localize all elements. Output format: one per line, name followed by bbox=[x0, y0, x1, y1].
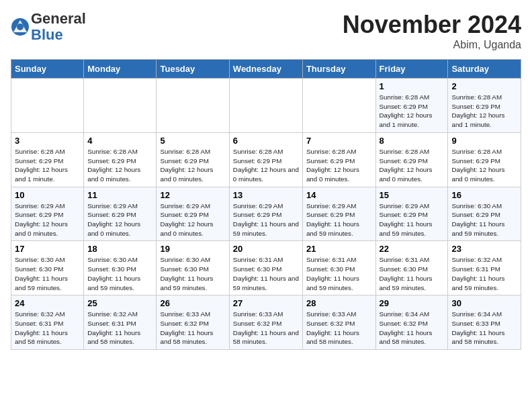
calendar-day-header: Saturday bbox=[448, 60, 521, 79]
day-detail: Sunrise: 6:28 AM Sunset: 6:29 PM Dayligh… bbox=[306, 147, 372, 184]
calendar-cell: 4Sunrise: 6:28 AM Sunset: 6:29 PM Daylig… bbox=[84, 132, 157, 187]
calendar-week-row: 10Sunrise: 6:29 AM Sunset: 6:29 PM Dayli… bbox=[11, 187, 521, 241]
day-number: 5 bbox=[160, 136, 225, 146]
calendar-cell: 14Sunrise: 6:29 AM Sunset: 6:29 PM Dayli… bbox=[302, 187, 375, 241]
calendar-cell: 19Sunrise: 6:30 AM Sunset: 6:30 PM Dayli… bbox=[157, 241, 229, 295]
calendar-cell: 28Sunrise: 6:33 AM Sunset: 6:32 PM Dayli… bbox=[302, 295, 375, 350]
calendar-cell: 29Sunrise: 6:34 AM Sunset: 6:32 PM Dayli… bbox=[375, 295, 448, 350]
calendar-cell: 21Sunrise: 6:31 AM Sunset: 6:30 PM Dayli… bbox=[302, 241, 375, 295]
day-detail: Sunrise: 6:30 AM Sunset: 6:30 PM Dayligh… bbox=[15, 255, 80, 292]
title-block: November 2024 Abim, Uganda bbox=[343, 11, 521, 51]
calendar-cell bbox=[157, 79, 229, 133]
calendar-cell: 6Sunrise: 6:28 AM Sunset: 6:29 PM Daylig… bbox=[229, 132, 302, 187]
calendar-cell: 17Sunrise: 6:30 AM Sunset: 6:30 PM Dayli… bbox=[11, 241, 84, 295]
day-detail: Sunrise: 6:29 AM Sunset: 6:29 PM Dayligh… bbox=[306, 201, 372, 238]
day-detail: Sunrise: 6:33 AM Sunset: 6:32 PM Dayligh… bbox=[160, 310, 225, 347]
day-detail: Sunrise: 6:31 AM Sunset: 6:30 PM Dayligh… bbox=[233, 255, 299, 292]
calendar-week-row: 24Sunrise: 6:32 AM Sunset: 6:31 PM Dayli… bbox=[11, 295, 521, 350]
calendar-day-header: Tuesday bbox=[157, 60, 229, 79]
day-detail: Sunrise: 6:29 AM Sunset: 6:29 PM Dayligh… bbox=[87, 201, 152, 238]
day-number: 3 bbox=[15, 136, 80, 146]
day-number: 28 bbox=[306, 298, 372, 308]
day-number: 11 bbox=[87, 190, 152, 200]
day-number: 14 bbox=[306, 190, 372, 200]
calendar-day-header: Sunday bbox=[11, 60, 84, 79]
calendar-cell: 8Sunrise: 6:28 AM Sunset: 6:29 PM Daylig… bbox=[375, 132, 448, 187]
calendar-cell: 23Sunrise: 6:32 AM Sunset: 6:31 PM Dayli… bbox=[448, 241, 521, 295]
day-detail: Sunrise: 6:29 AM Sunset: 6:29 PM Dayligh… bbox=[15, 201, 80, 238]
page-header: General Blue November 2024 Abim, Uganda bbox=[11, 11, 521, 51]
day-number: 17 bbox=[15, 244, 80, 254]
calendar-week-row: 1Sunrise: 6:28 AM Sunset: 6:29 PM Daylig… bbox=[11, 79, 521, 133]
day-detail: Sunrise: 6:31 AM Sunset: 6:30 PM Dayligh… bbox=[380, 255, 445, 292]
day-number: 29 bbox=[380, 298, 445, 308]
day-detail: Sunrise: 6:28 AM Sunset: 6:29 PM Dayligh… bbox=[15, 147, 80, 184]
day-number: 22 bbox=[380, 244, 445, 254]
day-number: 4 bbox=[87, 136, 152, 146]
day-detail: Sunrise: 6:30 AM Sunset: 6:30 PM Dayligh… bbox=[160, 255, 225, 292]
day-detail: Sunrise: 6:29 AM Sunset: 6:29 PM Dayligh… bbox=[380, 201, 445, 238]
calendar-cell: 10Sunrise: 6:29 AM Sunset: 6:29 PM Dayli… bbox=[11, 187, 84, 241]
day-detail: Sunrise: 6:30 AM Sunset: 6:30 PM Dayligh… bbox=[87, 255, 152, 292]
calendar-day-header: Friday bbox=[375, 60, 448, 79]
month-title: November 2024 bbox=[343, 11, 521, 39]
calendar-cell: 27Sunrise: 6:33 AM Sunset: 6:32 PM Dayli… bbox=[229, 295, 302, 350]
svg-point-2 bbox=[17, 24, 24, 30]
day-number: 2 bbox=[451, 81, 517, 91]
calendar-body: 1Sunrise: 6:28 AM Sunset: 6:29 PM Daylig… bbox=[11, 79, 521, 350]
calendar-cell: 1Sunrise: 6:28 AM Sunset: 6:29 PM Daylig… bbox=[375, 79, 448, 133]
calendar-cell bbox=[229, 79, 302, 133]
calendar-cell: 15Sunrise: 6:29 AM Sunset: 6:29 PM Dayli… bbox=[375, 187, 448, 241]
day-detail: Sunrise: 6:28 AM Sunset: 6:29 PM Dayligh… bbox=[451, 147, 517, 184]
day-number: 6 bbox=[233, 136, 299, 146]
calendar-cell: 18Sunrise: 6:30 AM Sunset: 6:30 PM Dayli… bbox=[84, 241, 157, 295]
day-number: 21 bbox=[306, 244, 372, 254]
day-detail: Sunrise: 6:34 AM Sunset: 6:32 PM Dayligh… bbox=[380, 310, 445, 347]
calendar-cell: 22Sunrise: 6:31 AM Sunset: 6:30 PM Dayli… bbox=[375, 241, 448, 295]
day-detail: Sunrise: 6:28 AM Sunset: 6:29 PM Dayligh… bbox=[380, 93, 445, 130]
day-detail: Sunrise: 6:28 AM Sunset: 6:29 PM Dayligh… bbox=[87, 147, 152, 184]
day-number: 23 bbox=[451, 244, 517, 254]
day-detail: Sunrise: 6:28 AM Sunset: 6:29 PM Dayligh… bbox=[451, 93, 517, 130]
calendar-day-header: Monday bbox=[84, 60, 157, 79]
calendar-cell: 7Sunrise: 6:28 AM Sunset: 6:29 PM Daylig… bbox=[302, 132, 375, 187]
calendar-week-row: 3Sunrise: 6:28 AM Sunset: 6:29 PM Daylig… bbox=[11, 132, 521, 187]
day-detail: Sunrise: 6:31 AM Sunset: 6:30 PM Dayligh… bbox=[306, 255, 372, 292]
day-number: 19 bbox=[160, 244, 225, 254]
day-number: 10 bbox=[15, 190, 80, 200]
calendar-week-row: 17Sunrise: 6:30 AM Sunset: 6:30 PM Dayli… bbox=[11, 241, 521, 295]
calendar-cell: 25Sunrise: 6:32 AM Sunset: 6:31 PM Dayli… bbox=[84, 295, 157, 350]
logo-icon bbox=[11, 17, 30, 36]
calendar-cell: 20Sunrise: 6:31 AM Sunset: 6:30 PM Dayli… bbox=[229, 241, 302, 295]
day-number: 25 bbox=[87, 298, 152, 308]
calendar-cell: 13Sunrise: 6:29 AM Sunset: 6:29 PM Dayli… bbox=[229, 187, 302, 241]
calendar-day-header: Thursday bbox=[302, 60, 375, 79]
day-detail: Sunrise: 6:28 AM Sunset: 6:29 PM Dayligh… bbox=[160, 147, 225, 184]
day-number: 13 bbox=[233, 190, 299, 200]
logo-text: General Blue bbox=[31, 11, 86, 43]
day-number: 8 bbox=[380, 136, 445, 146]
day-number: 30 bbox=[451, 298, 517, 308]
calendar-cell: 30Sunrise: 6:34 AM Sunset: 6:33 PM Dayli… bbox=[448, 295, 521, 350]
day-number: 18 bbox=[87, 244, 152, 254]
calendar-cell: 9Sunrise: 6:28 AM Sunset: 6:29 PM Daylig… bbox=[448, 132, 521, 187]
calendar-cell: 3Sunrise: 6:28 AM Sunset: 6:29 PM Daylig… bbox=[11, 132, 84, 187]
calendar-cell bbox=[84, 79, 157, 133]
day-detail: Sunrise: 6:30 AM Sunset: 6:29 PM Dayligh… bbox=[451, 201, 517, 238]
calendar-cell: 24Sunrise: 6:32 AM Sunset: 6:31 PM Dayli… bbox=[11, 295, 84, 350]
day-number: 7 bbox=[306, 136, 372, 146]
day-number: 27 bbox=[233, 298, 299, 308]
day-detail: Sunrise: 6:34 AM Sunset: 6:33 PM Dayligh… bbox=[451, 310, 517, 347]
day-detail: Sunrise: 6:28 AM Sunset: 6:29 PM Dayligh… bbox=[233, 147, 299, 184]
day-detail: Sunrise: 6:32 AM Sunset: 6:31 PM Dayligh… bbox=[451, 255, 517, 292]
day-number: 20 bbox=[233, 244, 299, 254]
day-number: 1 bbox=[380, 81, 445, 91]
day-detail: Sunrise: 6:33 AM Sunset: 6:32 PM Dayligh… bbox=[233, 310, 299, 347]
day-detail: Sunrise: 6:29 AM Sunset: 6:29 PM Dayligh… bbox=[160, 201, 225, 238]
calendar-header-row: SundayMondayTuesdayWednesdayThursdayFrid… bbox=[11, 60, 521, 79]
day-number: 16 bbox=[451, 190, 517, 200]
calendar-cell: 2Sunrise: 6:28 AM Sunset: 6:29 PM Daylig… bbox=[448, 79, 521, 133]
day-number: 26 bbox=[160, 298, 225, 308]
day-detail: Sunrise: 6:29 AM Sunset: 6:29 PM Dayligh… bbox=[233, 201, 299, 238]
day-number: 15 bbox=[380, 190, 445, 200]
